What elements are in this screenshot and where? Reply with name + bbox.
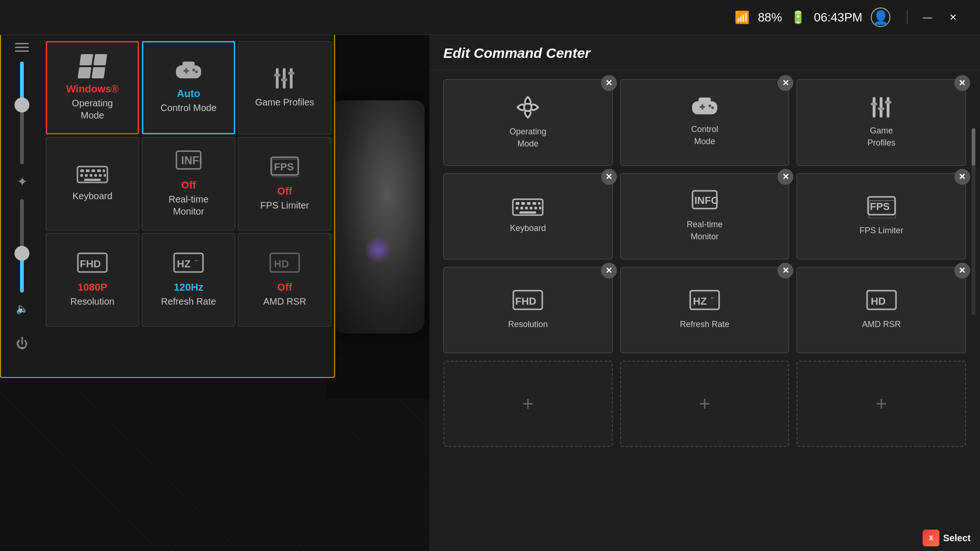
edit-tile-keyboard[interactable]: ✕ Keyboard bbox=[443, 173, 613, 259]
scrollbar-thumb[interactable] bbox=[972, 128, 975, 166]
tile-operating-mode-label: OperatingMode bbox=[72, 97, 113, 121]
tile-operating-mode[interactable]: Windows® OperatingMode bbox=[46, 41, 139, 134]
tile-resolution[interactable]: FHD 1080P Resolution bbox=[46, 233, 139, 327]
system-bar: 📶 88% 🔋 06:43PM 👤 — ✕ bbox=[0, 0, 980, 35]
edit-sliders-icon bbox=[870, 96, 893, 120]
edit-panel: Edit Command Center ✕ bbox=[429, 35, 980, 551]
svg-rect-46 bbox=[887, 97, 889, 118]
edit-tile-control-mode[interactable]: ✕ ControlMode bbox=[620, 79, 790, 166]
tile-amd-rsr[interactable]: HD Off AMD RSR bbox=[238, 233, 331, 327]
svg-rect-21 bbox=[94, 174, 97, 177]
svg-rect-49 bbox=[885, 101, 891, 104]
svg-text:HD: HD bbox=[871, 295, 886, 307]
battery-percent-right: 88% bbox=[758, 10, 782, 25]
tile-realtime-monitor[interactable]: INFO Off Real-timeMonitor bbox=[142, 137, 235, 230]
tile-realtime-monitor-value: Off bbox=[181, 179, 196, 191]
remove-refresh-rate-button[interactable]: ✕ bbox=[777, 263, 793, 279]
svg-rect-41 bbox=[700, 106, 705, 108]
svg-rect-10 bbox=[281, 78, 287, 81]
svg-rect-14 bbox=[86, 169, 90, 172]
svg-text:←: ← bbox=[710, 294, 716, 301]
clock-right: 06:43PM bbox=[814, 10, 862, 25]
svg-rect-53 bbox=[527, 202, 531, 205]
tile-refresh-rate[interactable]: HZ ← 120Hz Refresh Rate bbox=[142, 233, 235, 327]
hamburger-icon[interactable] bbox=[15, 43, 29, 52]
tile-fps-limiter-value: Off bbox=[277, 185, 292, 197]
edit-tile-resolution[interactable]: ✕ FHD Resolution bbox=[443, 267, 613, 353]
tile-fps-limiter[interactable]: FPS Off FPS Limiter bbox=[238, 137, 331, 230]
keyboard-icon bbox=[77, 166, 108, 185]
edit-fps-icon: FPS bbox=[867, 196, 896, 220]
power-icon[interactable]: ⏻ bbox=[16, 336, 28, 351]
svg-point-4 bbox=[192, 69, 195, 71]
tile-refresh-rate-value: 120Hz bbox=[174, 281, 203, 293]
tile-fps-limiter-label: FPS Limiter bbox=[260, 199, 309, 211]
brightness-thumb[interactable] bbox=[14, 98, 29, 112]
edit-tile-refresh-rate[interactable]: ✕ HZ ← Refresh Rate bbox=[620, 267, 790, 353]
device-visual bbox=[331, 100, 425, 334]
edit-tile-game-profiles-label: GameProfiles bbox=[868, 125, 896, 148]
slider-area: ✦ 🔈 ⏻ bbox=[1, 38, 43, 356]
add-slot-1[interactable]: + bbox=[443, 361, 613, 447]
brightness-slider[interactable] bbox=[20, 62, 24, 164]
close-button[interactable]: ✕ bbox=[940, 8, 966, 26]
remove-game-profiles-button[interactable]: ✕ bbox=[954, 75, 970, 91]
edit-tile-operating-mode[interactable]: ✕ OperatingMode bbox=[443, 79, 613, 166]
hz-icon: HZ ← bbox=[173, 252, 204, 277]
svg-rect-59 bbox=[530, 207, 532, 209]
svg-rect-7 bbox=[276, 68, 279, 89]
edit-tile-fps-limiter[interactable]: ✕ FPS FPS Limiter bbox=[797, 173, 966, 259]
windows-logo-icon bbox=[77, 54, 107, 78]
remove-realtime-button[interactable]: ✕ bbox=[777, 169, 793, 185]
edit-tile-realtime-monitor-label: Real-timeMonitor bbox=[686, 219, 722, 242]
volume-thumb[interactable] bbox=[14, 246, 29, 261]
edit-tile-amd-rsr[interactable]: ✕ HD AMD RSR bbox=[797, 267, 966, 353]
edit-hd-icon: HD bbox=[866, 290, 897, 314]
remove-control-mode-button[interactable]: ✕ bbox=[777, 75, 793, 91]
svg-text:←: ← bbox=[194, 257, 200, 264]
edit-info-icon: INFO bbox=[692, 190, 718, 214]
add-slot-3[interactable]: + bbox=[797, 361, 966, 447]
edit-tile-realtime-monitor[interactable]: ✕ INFO Real-timeMonitor bbox=[620, 173, 790, 259]
svg-text:INFO: INFO bbox=[694, 195, 718, 206]
controller-icon bbox=[174, 62, 203, 83]
remove-amd-rsr-button[interactable]: ✕ bbox=[954, 263, 970, 279]
tile-game-profiles[interactable]: Game Profiles bbox=[238, 41, 331, 134]
svg-text:FHD: FHD bbox=[80, 258, 101, 270]
edit-controller-icon bbox=[690, 98, 719, 119]
svg-rect-62 bbox=[519, 211, 536, 214]
volume-slider[interactable] bbox=[20, 199, 24, 293]
svg-rect-1 bbox=[182, 62, 195, 67]
svg-rect-60 bbox=[534, 207, 537, 209]
tile-control-mode-label: Control Mode bbox=[161, 102, 217, 114]
remove-operating-mode-button[interactable]: ✕ bbox=[601, 75, 617, 91]
remove-resolution-button[interactable]: ✕ bbox=[601, 263, 617, 279]
remove-fps-limiter-button[interactable]: ✕ bbox=[954, 169, 970, 185]
wifi-icon: 📶 bbox=[735, 10, 749, 25]
svg-text:HD: HD bbox=[274, 258, 289, 270]
svg-rect-22 bbox=[99, 174, 102, 177]
svg-rect-23 bbox=[104, 174, 106, 177]
edit-tile-operating-mode-label: OperatingMode bbox=[510, 126, 546, 149]
svg-text:FHD: FHD bbox=[515, 295, 536, 307]
tile-control-mode[interactable]: Auto Control Mode bbox=[142, 41, 235, 134]
minimize-button[interactable]: — bbox=[915, 8, 940, 26]
svg-text:FPS: FPS bbox=[870, 201, 890, 212]
remove-keyboard-button[interactable]: ✕ bbox=[601, 169, 617, 185]
tile-game-profiles-label: Game Profiles bbox=[255, 96, 315, 108]
edit-tile-game-profiles[interactable]: ✕ GameProfiles bbox=[797, 79, 966, 166]
sliders-icon bbox=[273, 67, 296, 91]
svg-rect-45 bbox=[873, 97, 875, 118]
svg-rect-13 bbox=[80, 169, 84, 172]
svg-text:INFO: INFO bbox=[181, 154, 202, 167]
edit-tile-amd-rsr-label: AMD RSR bbox=[862, 319, 901, 330]
tile-keyboard[interactable]: Keyboard bbox=[46, 137, 139, 230]
edit-panel-scrollbar[interactable] bbox=[972, 128, 975, 315]
tile-resolution-value: 1080P bbox=[77, 281, 107, 293]
svg-rect-3 bbox=[183, 70, 189, 72]
tile-amd-rsr-value: Off bbox=[277, 281, 292, 293]
tiles-grid: Windows® OperatingMode Auto Control Mode bbox=[43, 38, 334, 329]
add-slot-2[interactable]: + bbox=[620, 361, 790, 447]
edit-tile-refresh-rate-label: Refresh Rate bbox=[680, 319, 729, 330]
fps-icon: FPS bbox=[270, 156, 299, 181]
